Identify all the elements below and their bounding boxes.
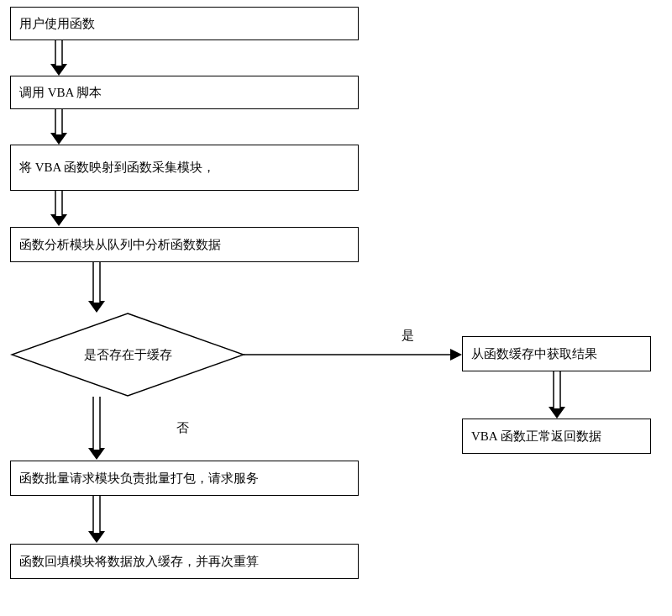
step-map-vba-function: 将 VBA 函数映射到函数采集模块，	[10, 145, 359, 191]
box-label: 将 VBA 函数映射到函数采集模块，	[19, 160, 215, 176]
arrow-down-3	[50, 191, 67, 226]
svg-marker-8	[50, 214, 67, 226]
box-label: 用户使用函数	[19, 16, 95, 32]
svg-marker-14	[450, 349, 462, 361]
decision-exists-in-cache: 是否存在于缓存	[10, 313, 245, 397]
svg-marker-23	[549, 407, 565, 419]
step-vba-return-data: VBA 函数正常返回数据	[462, 419, 651, 454]
svg-marker-20	[88, 531, 105, 543]
box-label: 函数批量请求模块负责批量打包，请求服务	[19, 471, 259, 487]
box-label: 函数回填模块将数据放入缓存，并再次重算	[19, 554, 259, 570]
step-analyze-function-data: 函数分析模块从队列中分析函数数据	[10, 227, 359, 262]
step-call-vba-script: 调用 VBA 脚本	[10, 76, 359, 109]
step-get-from-cache: 从函数缓存中获取结果	[462, 336, 651, 371]
step-user-uses-function: 用户使用函数	[10, 7, 359, 40]
arrow-right-yes	[244, 346, 462, 363]
svg-marker-2	[50, 64, 67, 76]
box-label: VBA 函数正常返回数据	[471, 429, 601, 445]
step-batch-request: 函数批量请求模块负责批量打包，请求服务	[10, 461, 359, 496]
arrow-down-2	[50, 109, 67, 145]
box-label: 函数分析模块从队列中分析函数数据	[19, 237, 221, 253]
label-yes: 是	[402, 328, 414, 344]
svg-marker-5	[50, 133, 67, 145]
decision-label: 是否存在于缓存	[84, 347, 172, 363]
arrow-down-no	[88, 397, 105, 460]
svg-marker-11	[88, 301, 105, 313]
arrow-down-7	[549, 371, 565, 419]
box-label: 从函数缓存中获取结果	[471, 346, 597, 362]
svg-marker-17	[88, 448, 105, 460]
arrow-down-4	[88, 262, 105, 313]
arrow-down-1	[50, 40, 67, 76]
box-label: 调用 VBA 脚本	[19, 85, 102, 101]
arrow-down-6	[88, 496, 105, 543]
step-refill-cache: 函数回填模块将数据放入缓存，并再次重算	[10, 544, 359, 579]
label-no: 否	[176, 420, 189, 436]
